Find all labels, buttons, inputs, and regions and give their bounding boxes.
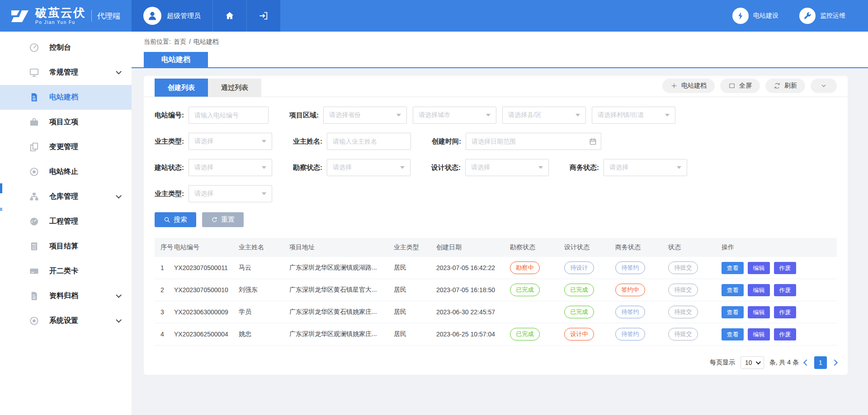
- edit-action-button[interactable]: 编辑: [748, 284, 770, 296]
- sidebar-item-change-management[interactable]: 变更管理: [0, 135, 132, 159]
- sidebar-item-warehouse-management[interactable]: 仓库管理: [0, 184, 132, 209]
- search-button[interactable]: 搜索: [155, 212, 196, 227]
- cell-design-status: 已完成: [564, 306, 615, 318]
- void-action-button[interactable]: 作废: [774, 262, 796, 274]
- station-table: 序号电站编号业主姓名项目地址业主类型创建日期勘察状态设计状态商务状态状态操作 1…: [155, 238, 837, 345]
- sidebar-item-second-class-card[interactable]: 开二类卡: [0, 259, 132, 284]
- void-action-button[interactable]: 作废: [774, 284, 796, 296]
- sidebar-scroll-indicator-2: [0, 208, 2, 211]
- cell-address: 广东深圳龙华区观澜镇观湖路...: [289, 264, 394, 272]
- collapse-button[interactable]: [811, 79, 837, 93]
- sidebar-item-label: 工程管理: [49, 217, 78, 226]
- project-region-4-placeholder: 请选择村镇/街道: [598, 111, 644, 119]
- logout-button[interactable]: [246, 0, 280, 32]
- next-page-button[interactable]: [831, 359, 838, 366]
- filter-group-survey-status: 勘察状态:请选择: [293, 159, 410, 176]
- sidebar-item-console[interactable]: 控制台: [0, 35, 132, 60]
- project-region-2-placeholder: 请选择城市: [419, 111, 450, 119]
- owner-type-select[interactable]: 请选择: [189, 133, 272, 150]
- content-card: 创建列表 通过列表 电站建档全屏刷新 电站编号:项目区域:请选择省份请选择城市请…: [144, 76, 848, 375]
- cell-address: 广东深圳龙华区黄石镇姚家庄...: [289, 308, 394, 316]
- void-action-button[interactable]: 作废: [774, 328, 796, 340]
- user-name: 超级管理员: [167, 12, 201, 20]
- view-action-button[interactable]: 查看: [722, 284, 744, 296]
- sidebar-item-label: 资料归档: [49, 291, 78, 301]
- wrench-icon-circle: [799, 8, 816, 24]
- sidebar-item-project-initiation[interactable]: 项目立项: [0, 110, 132, 135]
- tab-create-list[interactable]: 创建列表: [155, 79, 208, 97]
- sidebar-item-engineering-management[interactable]: 工程管理: [0, 209, 132, 234]
- filter-row-2: 业主类型:请选择业主姓名:创建时间:: [155, 133, 837, 150]
- create-time-input[interactable]: [466, 133, 601, 150]
- page-tab-station-filing[interactable]: 电站建档: [144, 52, 208, 67]
- survey-status-select[interactable]: 请选择: [327, 159, 410, 176]
- plus-icon: [670, 82, 678, 89]
- sidebar-item-label: 系统设置: [49, 316, 78, 326]
- business-status-select[interactable]: 请选择: [604, 159, 687, 176]
- chevron-down-icon: [116, 317, 122, 323]
- header-spacer: [280, 0, 732, 32]
- edit-action-button[interactable]: 编辑: [748, 262, 770, 274]
- sidebar-item-label: 常规管理: [49, 68, 78, 77]
- owner-name-label: 业主姓名:: [293, 137, 322, 146]
- owner-type-label: 业主类型:: [155, 137, 184, 146]
- header-nav-monitor-ops[interactable]: 监控运维: [799, 8, 845, 24]
- sidebar-item-data-archive[interactable]: 资料归档: [0, 284, 132, 308]
- refresh-button[interactable]: 刷新: [765, 79, 805, 93]
- cell-address: 广东深圳龙华区观澜镇姚家庄...: [289, 330, 394, 338]
- project-region-4-select[interactable]: 请选择村镇/街道: [592, 107, 675, 124]
- breadcrumb-separator: /: [189, 38, 191, 46]
- design-status-select[interactable]: 请选择: [465, 159, 549, 176]
- sidebar-item-label: 项目立项: [49, 117, 78, 127]
- prev-page-button[interactable]: [803, 359, 810, 366]
- page-number-1[interactable]: 1: [814, 356, 827, 369]
- cell-business-status: 待签约: [615, 306, 668, 318]
- column-header: 创建日期: [436, 243, 510, 252]
- filter-row-4: 业主类型:请选择: [155, 185, 837, 202]
- status-badge: 已完成: [510, 284, 540, 296]
- user-menu[interactable]: 超级管理员: [132, 0, 212, 32]
- header-user-section: 超级管理员: [132, 0, 280, 32]
- column-header: 操作: [722, 243, 837, 252]
- status-badge: 已完成: [510, 328, 540, 340]
- owner-name-input[interactable]: [327, 133, 411, 150]
- page-size-select[interactable]: 10: [741, 356, 764, 369]
- filter-form: 电站编号:项目区域:请选择省份请选择城市请选择县/区请选择村镇/街道业主类型:请…: [144, 97, 848, 202]
- view-action-button[interactable]: 查看: [722, 328, 744, 340]
- reset-button[interactable]: 重置: [202, 212, 244, 227]
- list-tab-bar: 创建列表 通过列表 电站建档全屏刷新: [144, 76, 848, 97]
- view-action-button[interactable]: 查看: [722, 262, 744, 274]
- filter-group-station-code: 电站编号:: [155, 107, 269, 124]
- void-action-button[interactable]: 作废: [774, 306, 796, 318]
- add-station-button[interactable]: 电站建档: [662, 79, 715, 93]
- sidebar-item-label: 电站终止: [49, 167, 78, 177]
- header-nav-station-build[interactable]: 电站建设: [732, 8, 778, 24]
- sidebar-item-project-settlement[interactable]: 项目结算: [0, 234, 132, 259]
- sidebar-item-general-management[interactable]: 常规管理: [0, 60, 132, 85]
- status-badge: 待设计: [564, 261, 594, 274]
- project-region-1-select[interactable]: 请选择省份: [323, 107, 407, 124]
- project-region-3-select[interactable]: 请选择县/区: [502, 107, 586, 124]
- build-status-select[interactable]: 请选择: [189, 159, 272, 176]
- view-action-button[interactable]: 查看: [722, 306, 744, 318]
- project-region-2-select[interactable]: 请选择城市: [413, 107, 496, 124]
- header-nav-right: 电站建设监控运维: [732, 0, 868, 32]
- breadcrumb-home-link[interactable]: 首页: [174, 38, 186, 46]
- sidebar-item-station-termination[interactable]: 电站终止: [0, 159, 132, 184]
- owner-type-2-select[interactable]: 请选择: [189, 185, 272, 202]
- edit-action-button[interactable]: 编辑: [748, 306, 770, 318]
- wrench-icon: [803, 11, 812, 20]
- card-icon: [29, 266, 39, 276]
- project-region-label: 项目区域:: [289, 111, 319, 120]
- sidebar-item-station-filing[interactable]: 电站建档: [0, 85, 132, 110]
- filter-actions: 搜索 重置: [144, 211, 848, 227]
- tab-pass-list[interactable]: 通过列表: [208, 79, 261, 97]
- create-time-range-picker[interactable]: [466, 133, 601, 150]
- user-icon: [146, 10, 158, 22]
- fullscreen-button[interactable]: 全屏: [720, 79, 760, 93]
- sidebar-item-system-settings[interactable]: 系统设置: [0, 308, 132, 333]
- station-code-input[interactable]: [189, 107, 269, 124]
- edit-action-button[interactable]: 编辑: [748, 328, 770, 340]
- cell-survey-status: 勘察中: [510, 261, 564, 274]
- home-button[interactable]: [212, 0, 246, 32]
